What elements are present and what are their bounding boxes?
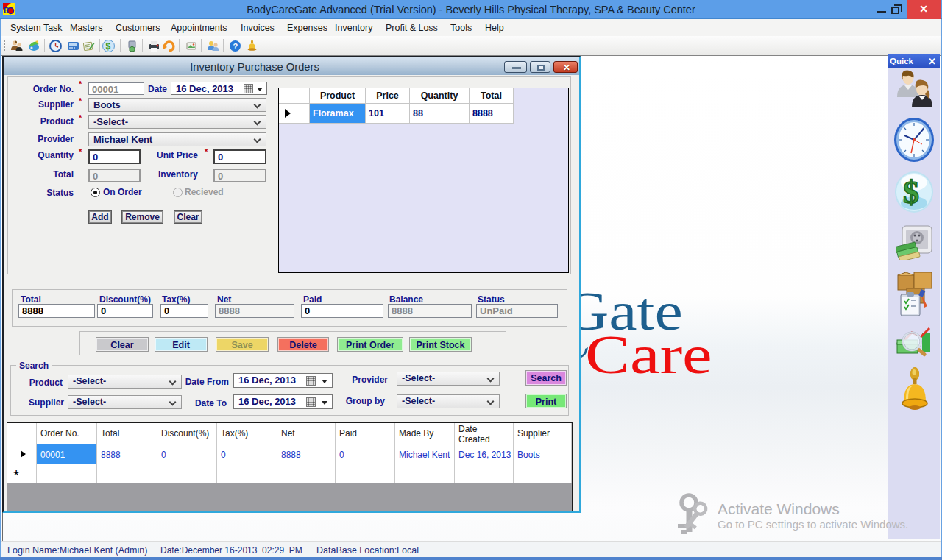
svg-text:$: $ bbox=[106, 41, 111, 52]
svg-text:?: ? bbox=[233, 42, 238, 51]
svg-text:$: $ bbox=[903, 174, 919, 210]
